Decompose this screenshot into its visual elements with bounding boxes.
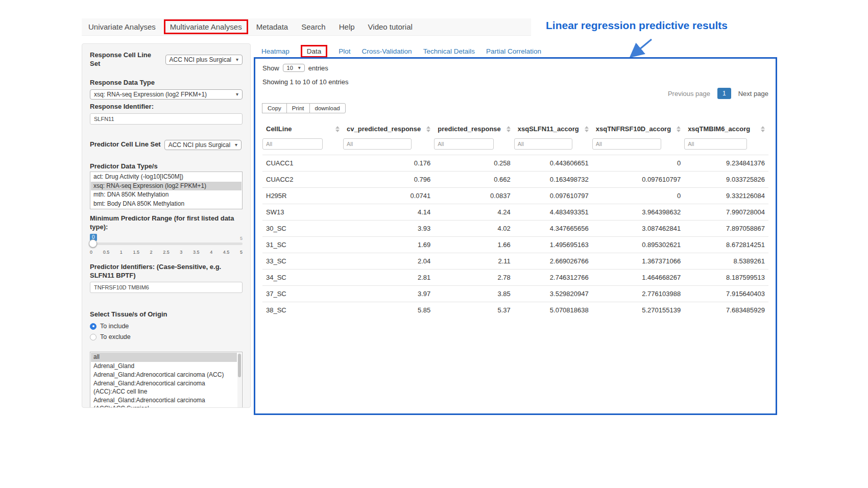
sort-icon[interactable]: [761, 126, 765, 132]
next-page-button[interactable]: Next page: [738, 90, 768, 97]
radio-icon: [90, 334, 97, 340]
table-row[interactable]: 33_SC2.042.112.6690267661.3673710668.538…: [262, 253, 768, 270]
min-predictor-range-slider[interactable]: 0 5 0 0.5 1 1.5 2: [90, 233, 243, 255]
previous-page-button[interactable]: Previous page: [668, 90, 710, 97]
slider-max-label: 5: [240, 236, 243, 241]
value-cell: 9.234841376: [684, 155, 768, 172]
value-cell: 4.14: [343, 204, 434, 221]
table-row[interactable]: 38_SC5.855.375.0708186385.2701551397.683…: [262, 302, 768, 319]
list-option[interactable]: Adrenal_Gland:Adrenocortical carcinoma (…: [91, 379, 237, 396]
value-cell: 0.0837: [434, 188, 514, 204]
export-button[interactable]: Print: [286, 103, 310, 113]
list-option[interactable]: mth: DNA 850K Methylation: [91, 190, 242, 199]
column-header-label: xsqTMBIM6_accorg: [688, 125, 750, 133]
response-identifier-label: Response Identifier:: [90, 103, 243, 111]
value-cell: 0.163498732: [514, 172, 592, 188]
result-tabs: Heatmap Data Plot Cross-Validation Techn…: [261, 45, 541, 58]
show-entries-select[interactable]: 10 ▾: [283, 64, 305, 72]
column-filter-input[interactable]: [684, 138, 747, 150]
column-header[interactable]: cv_predicted_response: [343, 120, 434, 137]
nav-item[interactable]: Help: [332, 19, 361, 34]
scrollbar[interactable]: [237, 353, 242, 408]
column-filter-input[interactable]: [434, 138, 494, 150]
table-row[interactable]: 34_SC2.812.782.7463127661.4646682678.187…: [262, 270, 768, 286]
nav-item[interactable]: Metadata: [250, 19, 295, 34]
table-row[interactable]: H295R0.07410.08370.09761079709.332126084: [262, 188, 768, 204]
nav-item[interactable]: Multivariate Analyses: [164, 19, 248, 34]
response-data-type-select[interactable]: xsq: RNA-seq Expression (log2 FPKM+1) ▾: [90, 89, 243, 100]
column-header[interactable]: CellLine: [262, 120, 343, 137]
nav-item[interactable]: Video tutorial: [361, 19, 419, 34]
response-identifier-input[interactable]: [90, 113, 243, 125]
table-row[interactable]: SW134.144.244.4834933513.9643986327.9907…: [262, 204, 768, 221]
column-header[interactable]: xsqSLFN11_accorg: [514, 120, 592, 137]
column-header[interactable]: xsqTMBIM6_accorg: [684, 120, 768, 137]
response-cell-line-set-select[interactable]: ACC NCI plus Surgical ▾: [165, 55, 243, 65]
table-row[interactable]: 31_SC1.691.661.4956951630.8953026218.672…: [262, 237, 768, 253]
column-header[interactable]: xsqTNFRSF10D_accorg: [592, 120, 684, 137]
value-cell: 7.897058867: [684, 221, 768, 237]
value-cell: 2.04: [343, 253, 434, 270]
list-option[interactable]: act: Drug Activity (-log10[IC50M]): [91, 173, 242, 181]
list-option[interactable]: Adrenal_Gland:Adrenocortical carcinoma (…: [91, 396, 237, 408]
chevron-down-icon: ▾: [236, 57, 238, 62]
sort-icon[interactable]: [507, 126, 511, 132]
column-filter-input[interactable]: [514, 138, 572, 150]
table-row[interactable]: 37_SC3.973.853.5298209472.7761039887.915…: [262, 286, 768, 302]
filter-cell: [592, 137, 684, 155]
list-option[interactable]: Adrenal_Gland:Adrenocortical carcinoma (…: [91, 371, 237, 379]
tab[interactable]: Plot: [339, 47, 350, 55]
tab[interactable]: Partial Correlation: [486, 47, 541, 55]
export-button[interactable]: Copy: [262, 103, 287, 113]
tissue-origin-radio[interactable]: To include: [90, 323, 243, 330]
filter-cell: [262, 137, 343, 155]
value-cell: 4.02: [434, 221, 514, 237]
value-cell: 1.495695163: [514, 237, 592, 253]
column-filter-input[interactable]: [262, 138, 323, 150]
slider-handle[interactable]: [89, 239, 97, 248]
tab[interactable]: Technical Details: [423, 47, 475, 55]
tab[interactable]: Cross-Validation: [362, 47, 412, 55]
sort-icon[interactable]: [677, 126, 681, 132]
predictor-identifiers-field: Predictor Identifiers: (Case-Sensitive, …: [90, 263, 243, 294]
tissue-origin-field: Select Tissue/s of Origin To include To …: [90, 310, 243, 340]
cell-line-cell: H295R: [262, 188, 343, 204]
value-cell: 8.5389261: [684, 253, 768, 270]
list-option[interactable]: Adrenal_Gland: [91, 362, 237, 371]
predictor-identifiers-input[interactable]: [90, 282, 243, 293]
cell-line-cell: SW13: [262, 204, 343, 221]
tab[interactable]: Data: [301, 45, 328, 58]
nav-item[interactable]: Search: [295, 19, 332, 34]
sort-icon[interactable]: [585, 126, 589, 132]
slider-tick-label: 2.5: [163, 250, 170, 255]
tab[interactable]: Heatmap: [261, 47, 290, 55]
column-header-label: CellLine: [266, 125, 292, 133]
value-cell: 0.097610797: [514, 188, 592, 204]
scrollbar-thumb[interactable]: [238, 354, 241, 377]
top-navbar: Univariate Analyses Multivariate Analyse…: [82, 18, 531, 36]
table-row[interactable]: 30_SC3.934.024.3476656563.0874628417.897…: [262, 221, 768, 237]
predictor-cell-line-set-select[interactable]: ACC NCI plus Surgical ▾: [164, 140, 242, 150]
table-row[interactable]: CUACC20.7960.6620.1634987320.0976107979.…: [262, 172, 768, 188]
predictor-data-type-list: act: Drug Activity (-log10[IC50M]) xsq: …: [90, 172, 243, 209]
nav-item[interactable]: Univariate Analyses: [82, 19, 162, 34]
entries-label: entries: [308, 64, 328, 72]
select-value: ACC NCI plus Surgical: [168, 141, 230, 149]
list-option[interactable]: all: [91, 353, 237, 361]
export-button[interactable]: download: [309, 103, 346, 113]
filter-cell: [434, 137, 514, 155]
response-cell-line-set-field: Response Cell Line Set ACC NCI plus Surg…: [90, 51, 243, 68]
table-row[interactable]: CUACC10.1760.2580.44360665109.234841376: [262, 155, 768, 172]
list-option[interactable]: xsq: RNA-seq Expression (log2 FPKM+1): [91, 182, 242, 190]
sort-icon[interactable]: [426, 126, 430, 132]
list-option[interactable]: bmt: Body DNA 850K Methylation: [91, 200, 242, 208]
column-filter-input[interactable]: [343, 138, 412, 150]
value-cell: 2.78: [434, 270, 514, 286]
column-filter-input[interactable]: [592, 138, 661, 150]
current-page-button[interactable]: 1: [717, 88, 731, 99]
tissue-origin-radio[interactable]: To exclude: [90, 333, 243, 340]
column-header[interactable]: predicted_response: [434, 120, 514, 137]
slider-track[interactable]: [90, 242, 243, 245]
cell-line-cell: CUACC2: [262, 172, 343, 188]
sort-icon[interactable]: [335, 126, 340, 132]
